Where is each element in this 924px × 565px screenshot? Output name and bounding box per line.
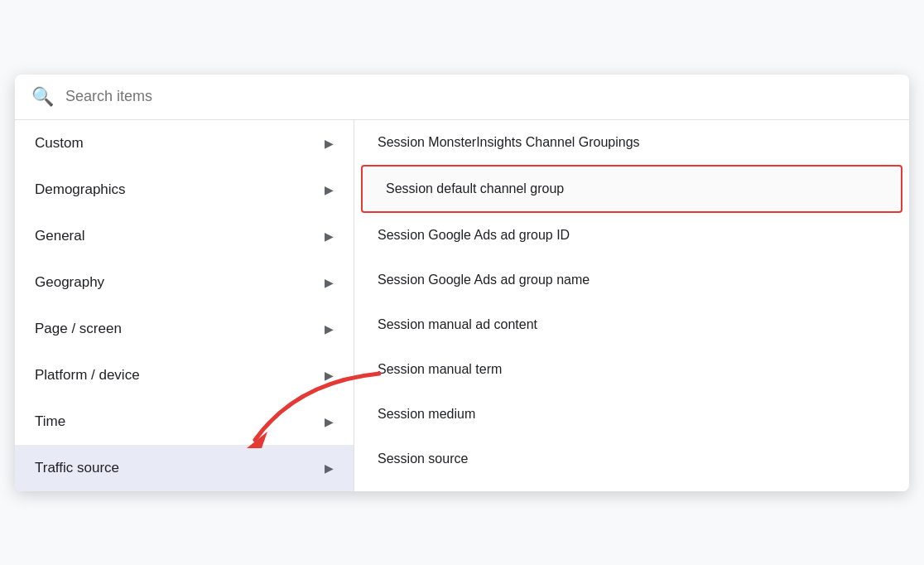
left-menu-item-custom[interactable]: Custom▶: [15, 120, 354, 167]
menu-item-label: General: [35, 228, 84, 244]
menu-item-label: Time: [35, 413, 65, 430]
chevron-right-icon: ▶: [325, 369, 334, 382]
chevron-right-icon: ▶: [325, 415, 334, 428]
search-input[interactable]: [65, 88, 893, 105]
menu-item-label: Platform / device: [35, 367, 140, 384]
left-menu-item-time[interactable]: Time▶: [15, 398, 354, 445]
right-menu-item[interactable]: Session manual term: [354, 347, 909, 392]
left-menu-item-page-screen[interactable]: Page / screen▶: [15, 306, 354, 352]
chevron-right-icon: ▶: [325, 322, 334, 336]
menu-item-label: Geography: [35, 274, 104, 291]
search-bar: 🔍: [15, 75, 909, 120]
search-icon: 🔍: [31, 86, 54, 108]
right-panel: Session MonsterInsights Channel Grouping…: [354, 120, 909, 491]
dropdown-panel: 🔍 Custom▶Demographics▶General▶Geography▶…: [15, 75, 909, 491]
menu-item-label: Custom: [35, 135, 84, 152]
menu-item-label: Traffic source: [35, 460, 119, 476]
chevron-right-icon: ▶: [325, 229, 334, 243]
chevron-right-icon: ▶: [325, 183, 334, 196]
right-menu-item[interactable]: Session medium: [354, 392, 909, 437]
left-menu-item-general[interactable]: General▶: [15, 213, 354, 259]
left-menu-item-traffic-source[interactable]: Traffic source▶: [15, 445, 354, 491]
right-menu-item[interactable]: Session Google Ads ad group name: [354, 258, 909, 302]
menu-item-label: Demographics: [35, 181, 126, 198]
right-menu-item[interactable]: Session source: [354, 437, 909, 481]
right-menu-item[interactable]: Session default channel group: [361, 165, 902, 213]
right-menu-item[interactable]: Session Google Ads ad group ID: [354, 213, 909, 258]
right-menu-item[interactable]: Session MonsterInsights Channel Grouping…: [354, 120, 909, 165]
menu-item-label: Page / screen: [35, 321, 122, 337]
left-menu-item-demographics[interactable]: Demographics▶: [15, 167, 354, 213]
chevron-right-icon: ▶: [325, 137, 334, 150]
right-menu-item[interactable]: Session manual ad content: [354, 302, 909, 347]
left-menu-item-geography[interactable]: Geography▶: [15, 259, 354, 306]
chevron-right-icon: ▶: [325, 276, 334, 289]
left-menu-item-platform-device[interactable]: Platform / device▶: [15, 352, 354, 398]
chevron-right-icon: ▶: [325, 461, 334, 475]
menu-body: Custom▶Demographics▶General▶Geography▶Pa…: [15, 120, 909, 491]
left-panel: Custom▶Demographics▶General▶Geography▶Pa…: [15, 120, 354, 491]
